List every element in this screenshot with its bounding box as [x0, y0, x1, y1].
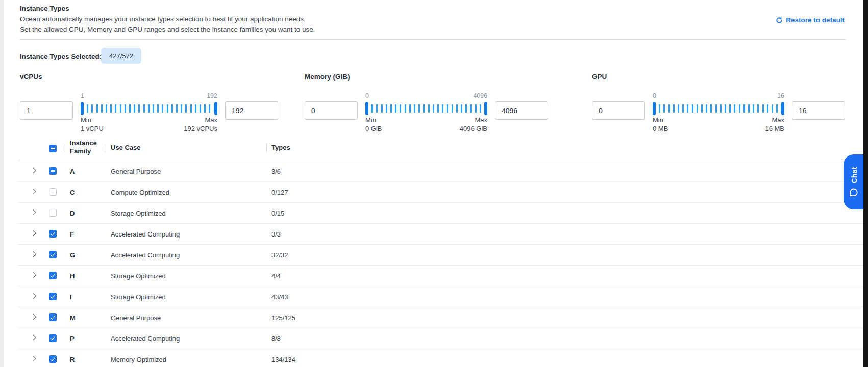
max-value-input[interactable] [495, 101, 548, 120]
row-checkbox[interactable] [49, 272, 57, 279]
slider-min-handle[interactable] [81, 102, 84, 115]
slider-min-unit: 0 GiB [365, 125, 382, 133]
row-checkbox[interactable] [49, 230, 57, 238]
instance-family-row: G Accelerated Computing 32/32 [18, 245, 863, 266]
instance-family-cell: H [70, 272, 75, 280]
range-slider-group: GPU 0 16 Min Max 0 MB 16 MB [592, 73, 845, 135]
slider-max-caption: Max [205, 116, 217, 124]
types-count-cell: 134/134 [271, 356, 295, 363]
slider-title: GPU [592, 73, 607, 81]
restore-to-default-label: Restore to default [786, 16, 845, 24]
row-checkbox[interactable] [49, 355, 57, 363]
slider-track[interactable] [653, 102, 784, 115]
slider-track[interactable] [81, 102, 217, 115]
slider-max-tick-label: 16 [777, 92, 784, 99]
slider-max-handle[interactable] [214, 102, 217, 115]
types-count-cell: 125/125 [271, 314, 295, 322]
chevron-right-icon[interactable] [30, 293, 36, 299]
select-all-checkbox[interactable] [49, 145, 57, 152]
slider-min-handle[interactable] [653, 102, 656, 115]
range-slider[interactable]: 0 16 Min Max 0 MB 16 MB [653, 92, 784, 135]
types-count-cell: 43/43 [271, 293, 288, 301]
chevron-right-icon[interactable] [30, 355, 36, 362]
instance-family-row: C Compute Optimized 0/127 [18, 182, 863, 203]
min-value-input[interactable] [20, 101, 73, 120]
slider-min-tick-label: 1 [81, 92, 84, 99]
row-checkbox[interactable] [49, 293, 57, 300]
page-description: Ocean automatically manages your instanc… [20, 14, 315, 34]
instance-family-cell: A [70, 168, 75, 175]
header-divider [266, 144, 267, 152]
instance-family-cell: D [70, 209, 75, 217]
use-case-cell: Storage Optimized [111, 272, 166, 280]
use-case-cell: Accelerated Computing [111, 335, 180, 343]
selected-count-badge: 427/572 [101, 48, 141, 64]
chat-button[interactable]: Chat [844, 154, 863, 209]
use-case-cell: Accelerated Computing [111, 251, 180, 259]
max-value-input[interactable] [225, 101, 278, 120]
slider-max-tick-label: 4096 [473, 92, 487, 99]
use-case-cell: General Purpose [111, 168, 161, 175]
slider-max-caption: Max [475, 116, 487, 124]
instance-family-cell: P [70, 335, 75, 343]
column-header-types: Types [271, 144, 290, 151]
slider-min-tick-label: 0 [653, 92, 656, 99]
row-checkbox[interactable] [49, 167, 57, 175]
row-checkbox[interactable] [49, 334, 57, 342]
use-case-cell: Storage Optimized [111, 293, 166, 301]
refresh-icon [776, 17, 783, 24]
slider-min-caption: Min [365, 116, 376, 124]
instance-family-row: H Storage Optimized 4/4 [18, 266, 863, 286]
row-checkbox[interactable] [49, 209, 57, 217]
range-slider[interactable]: 0 4096 Min Max 0 GiB 4096 GiB [365, 92, 487, 135]
instance-family-row: D Storage Optimized 0/15 [18, 203, 863, 224]
chevron-right-icon[interactable] [30, 272, 36, 278]
slider-max-unit: 16 MB [765, 125, 784, 133]
instance-family-row: I Storage Optimized 43/43 [18, 286, 863, 307]
instance-family-row: R Memory Optimized 134/134 [18, 349, 863, 367]
use-case-cell: Accelerated Computing [111, 230, 180, 238]
page-title: Instance Types [20, 5, 69, 12]
row-checkbox[interactable] [49, 313, 57, 321]
use-case-cell: Storage Optimized [111, 209, 166, 217]
slider-min-caption: Min [653, 116, 663, 124]
types-count-cell: 3/3 [271, 230, 281, 238]
slider-min-handle[interactable] [365, 102, 368, 115]
instance-types-selected-label: Instance Types Selected: [20, 53, 102, 60]
instance-family-cell: C [70, 189, 75, 196]
right-edge-strip [863, 0, 868, 367]
row-checkbox[interactable] [49, 251, 57, 258]
instance-family-row: P Accelerated Computing 8/8 [18, 328, 863, 349]
instance-family-cell: F [70, 230, 74, 238]
min-value-input[interactable] [592, 101, 645, 120]
types-count-cell: 4/4 [271, 272, 281, 280]
max-value-input[interactable] [792, 101, 845, 120]
chevron-right-icon[interactable] [30, 209, 36, 216]
slider-min-tick-label: 0 [365, 92, 369, 99]
chevron-right-icon[interactable] [30, 251, 36, 257]
instance-family-cell: G [70, 251, 75, 259]
row-checkbox[interactable] [49, 188, 57, 196]
slider-track[interactable] [365, 102, 487, 115]
range-slider-group: vCPUs 1 192 Min Max 1 vCPU 192 vCPUs [20, 73, 278, 135]
description-line-2: Set the allowed CPU, Memory and GPU rang… [20, 24, 315, 35]
range-slider[interactable]: 1 192 Min Max 1 vCPU 192 vCPUs [81, 92, 217, 135]
chevron-right-icon[interactable] [30, 230, 36, 237]
slider-min-unit: 1 vCPU [81, 125, 104, 133]
use-case-cell: Memory Optimized [111, 356, 166, 363]
slider-max-handle[interactable] [781, 102, 784, 115]
use-case-cell: General Purpose [111, 314, 161, 322]
types-count-cell: 0/15 [271, 209, 284, 217]
chevron-right-icon[interactable] [30, 167, 36, 174]
instance-family-row: A General Purpose 3/6 [18, 161, 863, 182]
slider-min-caption: Min [81, 116, 91, 124]
chevron-right-icon[interactable] [30, 188, 36, 195]
min-value-input[interactable] [305, 101, 358, 120]
types-count-cell: 8/8 [271, 335, 281, 343]
use-case-cell: Compute Optimized [111, 189, 169, 196]
chevron-right-icon[interactable] [30, 334, 36, 341]
restore-to-default-button[interactable]: Restore to default [776, 16, 845, 24]
slider-title: vCPUs [20, 73, 42, 81]
chevron-right-icon[interactable] [30, 313, 36, 320]
slider-max-handle[interactable] [484, 102, 487, 115]
